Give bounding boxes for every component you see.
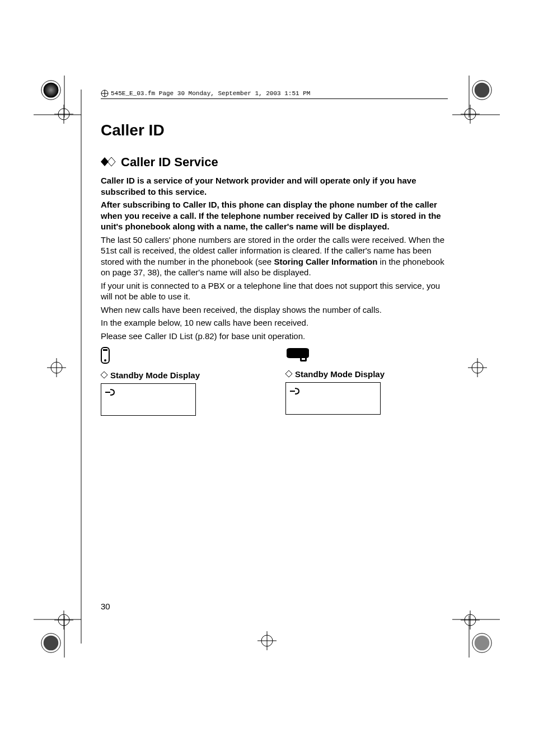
- crosshair-icon: [257, 631, 277, 650]
- base-unit-icon: [285, 347, 448, 365]
- arrow-right-icon: [289, 386, 301, 397]
- body-para-4: In the example below, 10 new calls have …: [101, 317, 448, 328]
- diamond-bullet-icon: [101, 155, 116, 170]
- svg-rect-50: [302, 358, 305, 360]
- crosshair-icon: [461, 611, 480, 630]
- handset-icon: [101, 347, 263, 366]
- crosshair-icon: [468, 358, 487, 377]
- page-number: 30: [101, 602, 110, 611]
- registration-mark-icon: [40, 79, 62, 101]
- registration-mark-icon: [40, 632, 62, 654]
- registration-mark-icon: [471, 79, 493, 101]
- base-unit-column: Standby Mode Display: [285, 347, 448, 416]
- page-body: 545E_E_03.fm Page 30 Monday, September 1…: [101, 90, 448, 416]
- registration-mark-icon: [471, 632, 493, 654]
- section-title: Caller ID Service: [101, 155, 448, 170]
- handset-column: Standby Mode Display: [101, 347, 263, 416]
- framemaker-header: 545E_E_03.fm Page 30 Monday, September 1…: [101, 90, 448, 99]
- diamond-small-icon: [285, 369, 292, 379]
- standby-heading-left: Standby Mode Display: [101, 370, 263, 380]
- base-display-box: [285, 382, 381, 415]
- standby-heading-right: Standby Mode Display: [285, 369, 448, 379]
- body-para-3: When new calls have been received, the d…: [101, 304, 448, 316]
- section-title-text: Caller ID Service: [121, 155, 218, 170]
- body-para-5: Please see Caller ID List (p.82) for bas…: [101, 331, 448, 342]
- svg-point-2: [44, 83, 59, 98]
- crosshair-icon: [54, 105, 73, 124]
- diamond-small-icon: [101, 370, 107, 380]
- body-para-2: If your unit is connected to a PBX or a …: [101, 280, 448, 302]
- standby-label-right: Standby Mode Display: [295, 369, 385, 379]
- body-para-1: The last 50 callers' phone numbers are s…: [101, 234, 448, 278]
- intro-bold-2: After subscribing to Caller ID, this pho…: [101, 199, 448, 232]
- svg-point-8: [475, 636, 490, 651]
- display-columns: Standby Mode Display Standby Mo: [101, 347, 448, 416]
- storing-caller-info-ref: Storing Caller Information: [274, 257, 377, 266]
- svg-marker-43: [107, 157, 115, 166]
- standby-label-left: Standby Mode Display: [110, 370, 200, 380]
- svg-point-6: [44, 636, 59, 651]
- handset-display-box: [101, 383, 196, 416]
- svg-marker-51: [285, 370, 292, 377]
- page-indicator-icon: [101, 90, 109, 97]
- intro-bold-1: Caller ID is a service of your Network p…: [101, 175, 448, 197]
- crosshair-icon: [461, 105, 480, 124]
- svg-point-4: [475, 83, 490, 98]
- crosshair-icon: [54, 611, 73, 630]
- svg-marker-47: [101, 372, 107, 378]
- arrow-right-icon: [105, 387, 116, 398]
- crosshair-icon: [47, 358, 66, 377]
- page-title: Caller ID: [101, 121, 448, 139]
- header-text: 545E_E_03.fm Page 30 Monday, September 1…: [111, 90, 310, 97]
- svg-rect-45: [103, 349, 107, 351]
- svg-point-46: [104, 359, 106, 361]
